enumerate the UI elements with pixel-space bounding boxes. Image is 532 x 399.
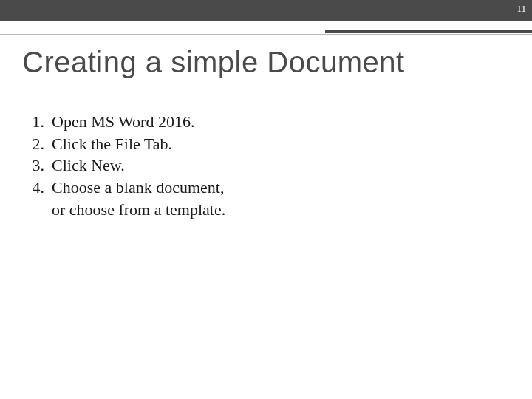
slide-title: Creating a simple Document [22,46,405,79]
list-number: 1. [21,111,52,133]
list-number: 4. [21,177,52,199]
list-number: 2. [21,133,52,155]
list-item: 1. Open MS Word 2016. [21,111,235,133]
header-bar: 11 [0,0,532,21]
list-number: 3. [21,154,52,177]
list-item: 4. Choose a blank document, or choose fr… [21,177,235,220]
list-text: Open MS Word 2016. [52,111,235,133]
list-text: Click the File Tab. [52,133,235,155]
list-item: 2. Click the File Tab. [21,133,235,155]
page-number: 11 [516,3,526,15]
list-text: Choose a blank document, or choose from … [52,177,235,220]
list-item: 3. Click New. [21,154,235,177]
accent-line-thick [325,30,532,33]
accent-line-thin [0,34,532,35]
steps-list: 1. Open MS Word 2016. 2. Click the File … [21,111,235,220]
list-text: Click New. [52,154,235,177]
